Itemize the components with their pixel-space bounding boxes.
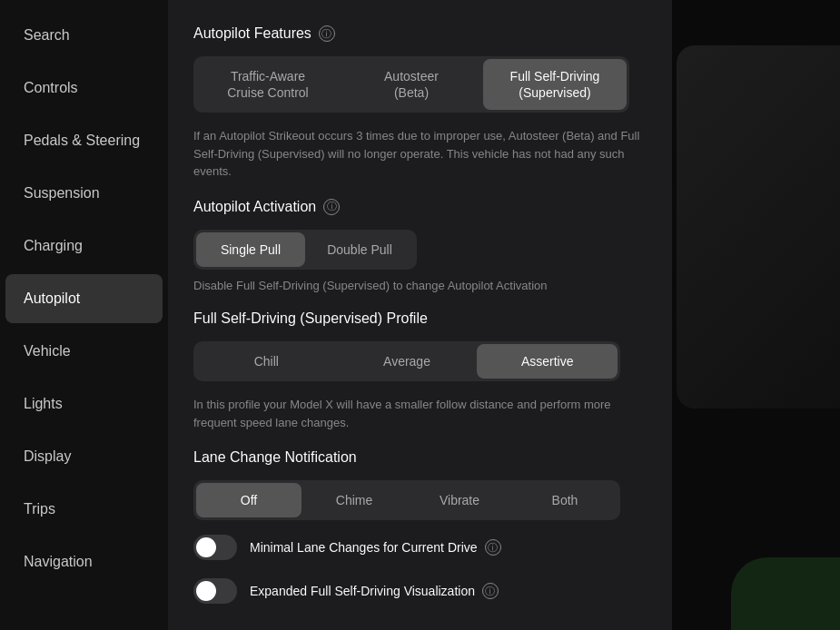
tab-autosteer[interactable]: Autosteer(Beta) [340, 59, 483, 110]
tab-chime[interactable]: Chime [301, 483, 407, 517]
lane-change-notification-tabs: Off Chime Vibrate Both [193, 480, 620, 520]
car-silhouette [677, 45, 840, 409]
tab-off[interactable]: Off [196, 483, 301, 517]
autopilot-activation-tabs: Single Pull Double Pull [193, 230, 417, 270]
sidebar-item-controls[interactable]: Controls [5, 64, 163, 113]
minimal-lane-changes-row: Minimal Lane Changes for Current Drive ⓘ [193, 535, 647, 560]
tab-average[interactable]: Average [337, 344, 478, 379]
expanded-fsd-viz-label: Expanded Full Self-Driving Visualization… [250, 583, 499, 599]
expanded-fsd-viz-toggle[interactable] [193, 578, 237, 604]
main-content: Autopilot Features ⓘ Traffic-AwareCruise… [168, 0, 672, 630]
fsd-profile-info-text: In this profile your Model X will have a… [193, 396, 647, 431]
right-panel [672, 0, 840, 630]
autopilot-features-title: Autopilot Features ⓘ [193, 25, 647, 42]
tab-both[interactable]: Both [512, 483, 618, 517]
autopilot-features-info-text: If an Autopilot Strikeout occurs 3 times… [193, 127, 647, 181]
autopilot-features-tabs: Traffic-AwareCruise Control Autosteer(Be… [193, 56, 629, 113]
tab-full-self-driving[interactable]: Full Self-Driving(Supervised) [483, 59, 627, 110]
sidebar-item-display[interactable]: Display [5, 432, 163, 481]
tab-single-pull[interactable]: Single Pull [196, 232, 305, 267]
autopilot-features-info-icon[interactable]: ⓘ [319, 25, 335, 42]
expanded-fsd-viz-info-icon[interactable]: ⓘ [482, 583, 499, 599]
autopilot-activation-disable-text: Disable Full Self-Driving (Supervised) t… [193, 279, 647, 292]
sidebar-item-lights[interactable]: Lights [5, 379, 163, 428]
minimal-lane-changes-info-icon[interactable]: ⓘ [485, 539, 501, 556]
tab-traffic-aware-cruise[interactable]: Traffic-AwareCruise Control [196, 59, 340, 110]
sidebar: Search Controls Pedals & Steering Suspen… [0, 0, 168, 630]
sidebar-item-charging[interactable]: Charging [5, 221, 163, 271]
sidebar-item-vehicle[interactable]: Vehicle [5, 327, 163, 376]
sidebar-item-suspension[interactable]: Suspension [5, 169, 163, 218]
tab-assertive[interactable]: Assertive [477, 344, 618, 379]
sidebar-item-search[interactable]: Search [5, 11, 163, 60]
autopilot-activation-info-icon[interactable]: ⓘ [323, 199, 340, 215]
sidebar-item-trips[interactable]: Trips [5, 485, 163, 534]
tab-vibrate[interactable]: Vibrate [407, 483, 512, 517]
sidebar-item-pedals-steering[interactable]: Pedals & Steering [5, 116, 163, 165]
tab-double-pull[interactable]: Double Pull [305, 232, 414, 267]
sidebar-item-autopilot[interactable]: Autopilot [5, 274, 163, 323]
fsd-profile-title: Full Self-Driving (Supervised) Profile [193, 310, 647, 327]
green-accent [731, 557, 840, 630]
autopilot-activation-title: Autopilot Activation ⓘ [193, 199, 647, 215]
minimal-lane-changes-label: Minimal Lane Changes for Current Drive ⓘ [250, 539, 501, 556]
expanded-fsd-viz-row: Expanded Full Self-Driving Visualization… [193, 578, 647, 604]
sidebar-item-navigation[interactable]: Navigation [5, 537, 163, 586]
tab-chill[interactable]: Chill [196, 344, 337, 379]
minimal-lane-changes-toggle[interactable] [193, 535, 237, 560]
fsd-profile-tabs: Chill Average Assertive [193, 341, 620, 381]
lane-change-notification-title: Lane Change Notification [193, 449, 647, 466]
